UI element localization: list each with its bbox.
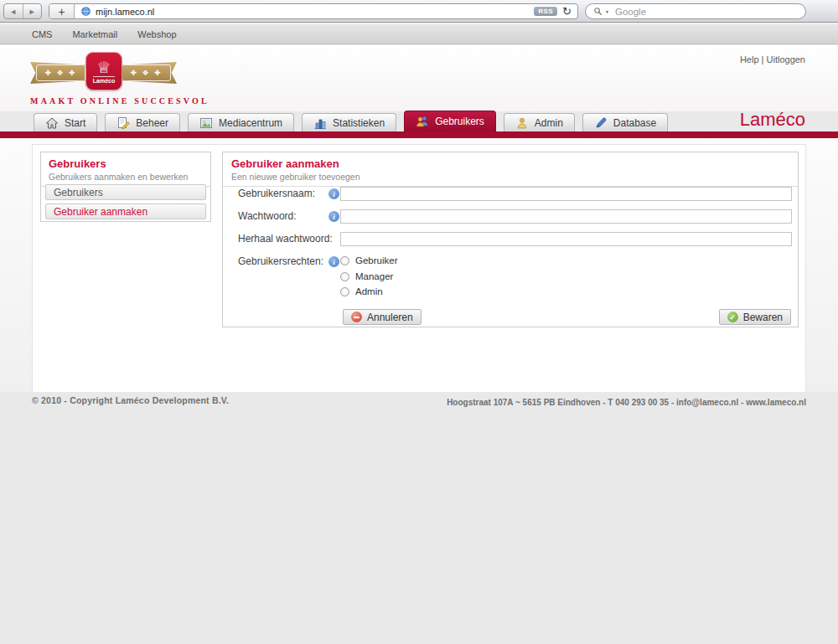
sidebar-item-gebruikers[interactable]: Gebruikers <box>45 184 206 200</box>
accent-bar <box>0 131 838 138</box>
footer-copyright: © 2010 - Copyright Laméco Development B.… <box>32 395 229 405</box>
info-icon[interactable]: i <box>328 211 339 222</box>
page-title: Gebruiker aanmaken <box>231 157 789 170</box>
tab-label: Statistieken <box>333 117 385 129</box>
browser-toolbar: ◄ ► + mijn.lameco.nl RSS ↻ ▼ Google <box>0 0 838 23</box>
search-input[interactable]: ▼ Google <box>585 3 806 19</box>
cancel-button[interactable]: Annuleren <box>343 309 422 325</box>
tab-label: Start <box>65 117 85 129</box>
cancel-icon <box>351 312 362 322</box>
topnav-item-cms[interactable]: CMS <box>32 29 52 39</box>
info-icon[interactable]: i <box>328 188 339 199</box>
panel-header: Gebruiker aanmaken Een nieuwe gebruiker … <box>223 152 798 187</box>
save-label: Bewaren <box>743 312 783 323</box>
radio-row-gebruiker: Gebruiker <box>340 255 398 265</box>
radio-admin[interactable] <box>340 287 349 296</box>
radio-gebruiker[interactable] <box>340 256 349 265</box>
address-bar[interactable]: + mijn.lameco.nl RSS ↻ <box>49 3 578 19</box>
password-field[interactable] <box>340 209 792 224</box>
tab-start[interactable]: Start <box>34 113 97 131</box>
save-button[interactable]: ✓ Bewaren <box>719 309 791 325</box>
separator: | <box>759 54 767 64</box>
tab-mediacentrum[interactable]: Mediacentrum <box>188 113 294 131</box>
logout-link[interactable]: Uitloggen <box>767 54 805 64</box>
search-icon <box>593 7 603 16</box>
history-nav-group: ◄ ► <box>3 3 42 19</box>
password-label: Wachtwoord: <box>238 211 297 222</box>
tab-beheer[interactable]: Beheer <box>105 113 180 131</box>
rss-badge[interactable]: RSS <box>534 7 557 16</box>
refresh-icon[interactable]: ↻ <box>562 6 572 17</box>
tab-label: Admin <box>535 117 563 129</box>
radio-manager[interactable] <box>340 272 349 281</box>
logo-band: ✚ ❖ ✚ ✚ ❖ ✚ ♕ Laméco <box>30 52 177 90</box>
sidebar-title: Gebruikers <box>49 157 203 170</box>
tab-label: Mediacentrum <box>219 117 282 129</box>
create-user-panel: Gebruiker aanmaken Een nieuwe gebruiker … <box>222 152 799 327</box>
username-field[interactable] <box>340 187 792 201</box>
edit-document-icon <box>116 116 130 130</box>
content-container: Gebruikers Gebruikers aanmaken en bewerk… <box>32 144 806 392</box>
sidebar-item-gebruiker-aanmaken[interactable]: Gebruiker aanmaken <box>45 204 206 219</box>
new-tab-button[interactable]: + <box>49 4 75 18</box>
logo-ornament: ✚ ❖ ✚ <box>44 69 76 77</box>
tab-gebruikers[interactable]: Gebruikers <box>404 111 496 131</box>
repeat-password-field[interactable] <box>340 232 792 246</box>
chevron-down-icon: ▼ <box>605 9 609 14</box>
rights-label: Gebruikersrechten: <box>238 256 323 267</box>
tab-label: Gebruikers <box>435 116 484 127</box>
tab-database[interactable]: Database <box>582 113 668 131</box>
logo-ornament: ✚ ❖ ✚ <box>130 69 162 77</box>
top-links-bar: CMS Marketmail Webshop <box>0 23 838 44</box>
check-icon: ✓ <box>727 312 738 322</box>
logo-emblem-text: Laméco <box>93 76 115 84</box>
radio-row-admin: Admin <box>340 286 383 296</box>
lameco-logo: ✚ ❖ ✚ ✚ ❖ ✚ ♕ Laméco MAAKT ONLINE SUCCES… <box>30 52 177 109</box>
page-header: ✚ ❖ ✚ ✚ ❖ ✚ ♕ Laméco MAAKT ONLINE SUCCES… <box>0 45 838 111</box>
sidebar: Gebruikers Gebruikers aanmaken en bewerk… <box>40 152 211 222</box>
search-placeholder: Google <box>615 7 646 17</box>
person-icon <box>515 116 529 130</box>
sidebar-header: Gebruikers Gebruikers aanmaken en bewerk… <box>41 152 210 187</box>
pen-icon <box>594 116 608 130</box>
bar-chart-icon <box>313 116 327 130</box>
globe-icon <box>80 6 91 17</box>
home-icon <box>45 116 59 130</box>
page-subtitle: Een nieuwe gebruiker toevoegen <box>231 172 789 182</box>
logo-tagline: MAAKT ONLINE SUCCESVOL <box>30 96 177 106</box>
radio-label: Manager <box>355 271 393 281</box>
repeat-password-label: Herhaal wachtwoord: <box>238 234 333 245</box>
topnav-item-marketmail[interactable]: Marketmail <box>72 29 117 39</box>
url-area[interactable]: mijn.lameco.nl <box>75 6 534 17</box>
topnav-item-webshop[interactable]: Webshop <box>137 29 176 39</box>
tab-label: Database <box>613 117 656 129</box>
footer-contact: Hoogstraat 107A ~ 5615 PB Eindhoven - T … <box>447 398 806 407</box>
content-area: Gebruikers Gebruikers aanmaken en bewerk… <box>0 138 838 392</box>
photo-icon <box>199 116 213 130</box>
logo-emblem: ♕ Laméco <box>85 52 122 90</box>
crown-icon: ♕ <box>96 59 111 75</box>
logo-wing-left: ✚ ❖ ✚ <box>30 62 89 84</box>
cancel-label: Annuleren <box>367 312 413 323</box>
forward-button[interactable]: ► <box>23 4 42 18</box>
radio-label: Gebruiker <box>355 255 398 265</box>
tab-admin[interactable]: Admin <box>504 113 575 131</box>
help-links: Help | Uitloggen <box>740 54 805 64</box>
main-tab-bar: Start Beheer Mediacentrum Statistieken <box>0 111 838 131</box>
url-text[interactable]: mijn.lameco.nl <box>96 7 154 17</box>
radio-label: Admin <box>355 286 383 296</box>
tab-label: Beheer <box>136 117 168 129</box>
username-label: Gebruikersnaam: <box>238 188 315 199</box>
radio-row-manager: Manager <box>340 271 393 281</box>
tab-statistieken[interactable]: Statistieken <box>302 113 396 131</box>
logo-wing-right: ✚ ❖ ✚ <box>118 62 177 84</box>
sidebar-subtitle: Gebruikers aanmaken en bewerken <box>49 172 203 182</box>
users-icon <box>416 115 429 128</box>
back-button[interactable]: ◄ <box>4 4 23 18</box>
info-icon[interactable]: i <box>328 256 339 267</box>
help-link[interactable]: Help <box>740 54 759 64</box>
